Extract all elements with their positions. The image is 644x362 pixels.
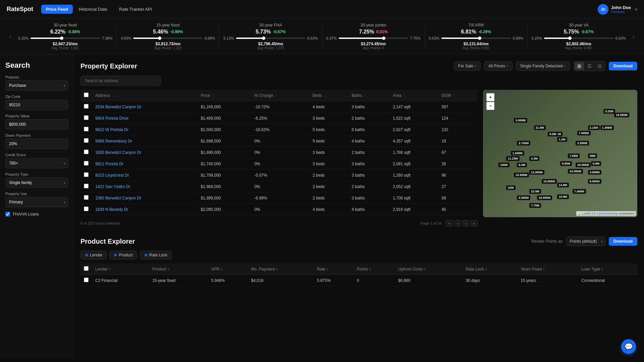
downpayment-label: Down Payment <box>5 133 68 137</box>
downpayment-input[interactable] <box>5 139 68 149</box>
view-map-btn[interactable]: ⊟ <box>595 62 604 70</box>
map-pin[interactable]: 21.9M <box>534 125 546 130</box>
map-pin[interactable]: 8.5M <box>548 132 558 136</box>
purpose-select[interactable]: Purchase Refinance <box>5 80 68 90</box>
change-cell: 0% <box>251 181 309 192</box>
property-type-filter[interactable]: Single Family Detached ▾ <box>516 61 570 71</box>
col-change: % Change ↕ <box>251 90 309 101</box>
row-checkbox[interactable] <box>84 184 89 188</box>
address-search-input[interactable] <box>80 76 161 86</box>
map-pin[interactable]: 24.995M <box>568 169 583 174</box>
page-last-btn[interactable]: » <box>470 220 478 227</box>
map-pin[interactable]: 7.75M <box>529 203 541 208</box>
row-checkbox[interactable] <box>84 195 89 200</box>
page-first-btn[interactable]: « <box>445 220 453 227</box>
map-pin[interactable]: 8.4M <box>517 163 527 167</box>
zipcode-input[interactable] <box>5 100 68 110</box>
map-pin[interactable]: 1.2M <box>557 137 567 142</box>
select-all-checkbox[interactable] <box>84 93 89 97</box>
map-pin[interactable]: 3.25M <box>603 109 615 114</box>
map-pin[interactable]: 2.595M <box>576 141 589 145</box>
propuse-select[interactable]: Primary Secondary Investment <box>5 197 68 207</box>
address-link[interactable]: 1422 San Ysidro Dr <box>95 184 130 189</box>
change-cell: -16.62% <box>251 124 309 135</box>
map-pin[interactable]: 7.499M <box>573 189 586 194</box>
map-pin[interactable]: 38M <box>588 154 597 158</box>
address-link[interactable]: 1800 Benedict Canyon Dr <box>95 150 141 155</box>
map-pin[interactable]: 32M <box>506 185 516 190</box>
map-pin[interactable]: 1.699M <box>511 151 524 156</box>
proptype-select[interactable]: Single family Condo Multi-family <box>5 178 68 188</box>
map-pin[interactable]: 8.995M <box>588 179 601 184</box>
page-prev-btn[interactable]: ‹ <box>454 220 461 227</box>
map-pin[interactable]: 12.995M <box>529 170 544 175</box>
nav-historical-data[interactable]: Historical Data <box>75 5 111 14</box>
osm-link[interactable]: OpenStreetMap <box>597 212 618 215</box>
row-checkbox[interactable] <box>84 104 89 109</box>
nav-price-feed[interactable]: Price Feed <box>41 5 73 14</box>
map-pin[interactable]: 195M <box>498 163 509 167</box>
row-checkbox[interactable] <box>84 206 89 211</box>
view-split-btn[interactable]: ⊞ <box>575 62 584 70</box>
map-pin[interactable]: 5.995M <box>517 195 530 200</box>
product-select-all[interactable] <box>84 266 89 271</box>
product-download-button[interactable]: Download <box>609 237 637 246</box>
map-pin[interactable]: 2.745M <box>517 141 530 145</box>
product-row-checkbox[interactable] <box>84 278 89 282</box>
view-table-btn[interactable]: ☰ <box>585 62 594 70</box>
address-link[interactable]: 9315 Lloydcrest Dr <box>95 173 129 178</box>
address-link[interactable]: 9988 Reevesbury Dr <box>95 139 132 143</box>
propvalue-input[interactable] <box>5 119 68 129</box>
page-next-btn[interactable]: › <box>462 220 469 227</box>
map-pin[interactable]: 1.399M <box>600 125 614 130</box>
map-zoom-in[interactable]: + <box>486 93 494 101</box>
address-link[interactable]: 9854 Portola Drive <box>95 116 128 121</box>
leaflet-link[interactable]: Leaflet <box>582 212 591 215</box>
address-link[interactable]: 1560 Benedict Canyon Dr <box>95 196 141 200</box>
map-pin[interactable]: 22.9M <box>529 189 541 194</box>
property-download-button[interactable]: Download <box>609 62 637 70</box>
group-lender-btn[interactable]: ⊕ Lender <box>80 251 107 259</box>
chat-bubble[interactable]: 💬 <box>621 339 636 354</box>
rate-prev-arrow[interactable]: ‹ <box>7 33 14 40</box>
map-pin[interactable]: 9.95M <box>560 161 572 166</box>
nav-rate-tracker[interactable]: Rate Tracker API <box>116 5 155 14</box>
map-pin[interactable]: 7.65M <box>568 154 580 158</box>
map-pin[interactable]: 7.995M <box>577 131 591 135</box>
map-zoom-out[interactable]: − <box>486 102 494 110</box>
map-pin[interactable]: 4.3M <box>529 156 539 161</box>
map-container[interactable]: + − 3.999M21.9M28.5M3.25M19.995M2.15M1.3… <box>483 90 637 217</box>
map-pin[interactable]: 29.995M <box>576 163 591 167</box>
fha-va-checkbox[interactable] <box>5 212 10 217</box>
address-link[interactable]: 1839 N Beverly Dr <box>95 207 128 212</box>
map-pin[interactable]: 19.995M <box>614 113 629 117</box>
map-pin[interactable]: 2.15M <box>588 125 600 130</box>
group-product-btn[interactable]: ⊕ Product <box>109 251 137 259</box>
rate-next-arrow[interactable]: › <box>630 33 637 40</box>
row-checkbox[interactable] <box>84 115 89 120</box>
address-link[interactable]: 9811 Portola Dr <box>95 162 123 166</box>
map-pin[interactable]: 10.988M <box>514 173 529 177</box>
row-checkbox[interactable] <box>84 172 89 177</box>
map-pin[interactable]: 18.995M <box>537 195 552 200</box>
map-pin[interactable]: 6.8M <box>591 161 601 166</box>
map-pin[interactable]: 11.25M <box>506 156 520 161</box>
row-checkbox[interactable] <box>84 149 89 154</box>
address-link[interactable]: 9810 W Portola Dr <box>95 127 128 132</box>
address-link[interactable]: 2534 Benedict Canyon Dr <box>95 105 141 109</box>
all-prices-filter[interactable]: All Prices ▾ <box>484 61 513 71</box>
map-pin[interactable]: 10.9M <box>557 194 569 199</box>
map-pin[interactable]: 19.995M <box>542 179 557 184</box>
group-ratelock-btn[interactable]: ⊕ Rate Lock <box>140 251 172 259</box>
map-pin[interactable]: 3.898M <box>588 170 601 175</box>
row-checkbox[interactable] <box>84 138 89 143</box>
render-points-select[interactable]: Points (default) APR <box>566 237 605 246</box>
creditscore-select[interactable]: 780+ 760-779 740-759 <box>5 158 68 168</box>
row-checkbox[interactable] <box>84 127 89 131</box>
beds-cell: 3 beds <box>309 147 348 158</box>
row-checkbox[interactable] <box>84 161 89 166</box>
map-pin[interactable]: 3.999M <box>514 118 527 123</box>
for-sale-filter[interactable]: For Sale ▾ <box>454 61 481 71</box>
user-menu-chevron[interactable]: ▾ <box>635 7 637 12</box>
map-pin[interactable]: 14.8M <box>557 183 569 187</box>
